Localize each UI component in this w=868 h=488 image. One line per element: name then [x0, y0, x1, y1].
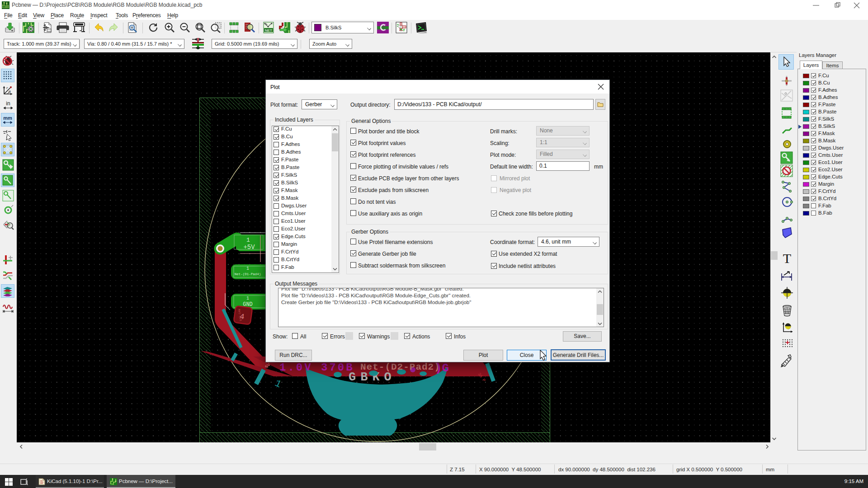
svg-text:+5V: +5V [243, 244, 255, 251]
svg-text:1.0V 370B: 1.0V 370B [279, 361, 354, 374]
svg-text:)G: )G [435, 361, 449, 375]
svg-text:T: T [783, 251, 791, 266]
svg-text:r: r [6, 85, 8, 90]
svg-text:1: 1 [246, 237, 250, 244]
svg-text:NET: NET [265, 28, 272, 33]
svg-text:Net-(D1-Pad4): Net-(D1-Pad4) [235, 272, 261, 276]
svg-text:in: in [6, 100, 10, 107]
svg-text:mm: mm [3, 115, 12, 121]
svg-text:1: 1 [246, 266, 249, 271]
svg-text:1: 1 [246, 296, 249, 301]
svg-text:Net-(D2-Pad2): Net-(D2-Pad2) [360, 362, 440, 372]
